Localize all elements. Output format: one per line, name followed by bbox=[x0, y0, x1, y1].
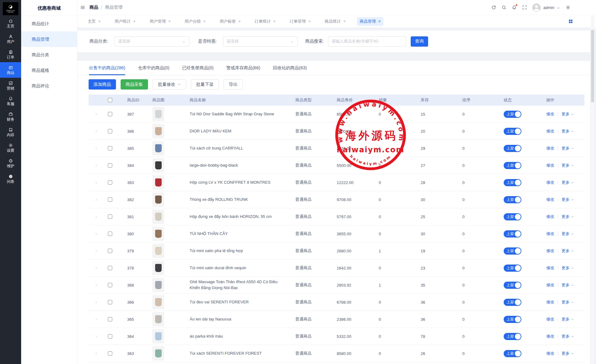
more-link[interactable]: 更多 bbox=[561, 163, 574, 168]
status-tab-4[interactable]: 警戒库存商品(66) bbox=[226, 61, 260, 75]
row-checkbox[interactable] bbox=[108, 163, 112, 168]
product-thumbnail[interactable] bbox=[152, 312, 164, 326]
row-checkbox[interactable] bbox=[108, 283, 112, 287]
tab-3[interactable]: 用户管理× bbox=[147, 17, 173, 26]
scrollbar[interactable] bbox=[591, 16, 594, 364]
sidebar-item-product-manage[interactable]: 商品管理 bbox=[21, 31, 77, 47]
status-toggle[interactable]: 上架 bbox=[504, 145, 521, 152]
more-link[interactable]: 更多 bbox=[561, 197, 574, 202]
row-expand-chevron-right-icon[interactable] bbox=[94, 112, 98, 116]
row-expand-chevron-right-icon[interactable] bbox=[94, 317, 98, 321]
more-link[interactable]: 更多 bbox=[561, 299, 574, 305]
more-link[interactable]: 更多 bbox=[561, 145, 574, 151]
fullscreen-icon[interactable] bbox=[522, 5, 527, 10]
rail-item-orders[interactable]: 订单 bbox=[0, 47, 21, 62]
more-link[interactable]: 更多 bbox=[561, 214, 574, 219]
search-button[interactable]: 查询 bbox=[411, 36, 428, 47]
status-toggle[interactable]: 上架 bbox=[504, 213, 521, 220]
rail-item-products[interactable]: 商品 bbox=[0, 62, 21, 78]
status-toggle[interactable]: 上架 bbox=[504, 196, 521, 203]
more-link[interactable]: 更多 bbox=[561, 111, 574, 117]
tab-close-icon[interactable]: × bbox=[203, 19, 206, 23]
product-search-input[interactable]: 请输入商品名称/关键字/ID bbox=[328, 36, 406, 47]
tab-9[interactable]: 商品管理× bbox=[357, 17, 384, 26]
product-thumbnail[interactable] bbox=[152, 329, 164, 343]
edit-link[interactable]: 修改 bbox=[546, 316, 554, 322]
tab-close-icon[interactable]: × bbox=[378, 19, 381, 23]
tab-close-icon[interactable]: × bbox=[238, 19, 241, 23]
product-thumbnail[interactable] bbox=[152, 107, 164, 121]
more-link[interactable]: 更多 bbox=[561, 180, 574, 185]
edit-link[interactable]: 修改 bbox=[546, 163, 554, 168]
edit-link[interactable]: 修改 bbox=[546, 197, 554, 202]
row-expand-chevron-right-icon[interactable] bbox=[94, 352, 98, 356]
more-link[interactable]: 更多 bbox=[561, 316, 574, 322]
breadcrumb-root[interactable]: 商品 bbox=[90, 5, 98, 10]
tab-1[interactable]: 主页× bbox=[85, 17, 104, 26]
status-toggle[interactable]: 上架 bbox=[504, 230, 521, 237]
product-thumbnail[interactable] bbox=[152, 175, 164, 190]
tab-close-icon[interactable]: × bbox=[133, 19, 136, 23]
status-toggle[interactable]: 上架 bbox=[504, 162, 521, 169]
tab-close-icon[interactable]: × bbox=[308, 19, 311, 23]
row-checkbox[interactable] bbox=[108, 266, 112, 270]
row-expand-chevron-right-icon[interactable] bbox=[94, 232, 98, 236]
status-toggle[interactable]: 上架 bbox=[504, 265, 521, 272]
tab-8[interactable]: 商品统计× bbox=[322, 17, 349, 26]
more-link[interactable]: 更多 bbox=[561, 351, 574, 356]
batch-edit-button[interactable]: 批量修改 bbox=[153, 79, 186, 90]
scrollbar-thumb[interactable] bbox=[591, 30, 594, 103]
product-thumbnail[interactable] bbox=[152, 346, 164, 361]
row-checkbox[interactable] bbox=[108, 351, 112, 356]
row-checkbox[interactable] bbox=[108, 197, 112, 202]
row-expand-chevron-right-icon[interactable] bbox=[94, 300, 98, 304]
product-thumbnail[interactable] bbox=[152, 261, 164, 275]
tab-7[interactable]: 订单管理× bbox=[287, 17, 314, 26]
row-expand-chevron-right-icon[interactable] bbox=[94, 198, 98, 202]
edit-link[interactable]: 修改 bbox=[546, 282, 554, 288]
edit-link[interactable]: 修改 bbox=[546, 351, 554, 356]
product-thumbnail[interactable] bbox=[152, 227, 164, 241]
rail-item-users[interactable]: 用户 bbox=[0, 31, 21, 47]
row-checkbox[interactable] bbox=[108, 249, 112, 253]
rail-item-service[interactable]: 客服 bbox=[0, 93, 21, 109]
batch-offshelf-button[interactable]: 批量下架 bbox=[191, 79, 219, 90]
row-checkbox[interactable] bbox=[108, 334, 112, 339]
row-checkbox[interactable] bbox=[108, 180, 112, 185]
tab-close-icon[interactable]: × bbox=[98, 19, 101, 23]
edit-link[interactable]: 修改 bbox=[546, 231, 554, 237]
row-expand-chevron-right-icon[interactable] bbox=[94, 215, 98, 219]
tab-6[interactable]: 订单统计× bbox=[252, 17, 279, 26]
product-thumbnail[interactable] bbox=[152, 278, 164, 292]
row-checkbox[interactable] bbox=[108, 317, 112, 321]
row-expand-chevron-right-icon[interactable] bbox=[94, 266, 98, 270]
row-expand-chevron-right-icon[interactable] bbox=[94, 249, 98, 253]
brand-logo[interactable]: AMERICAN DREAM bbox=[3, 2, 18, 15]
status-toggle[interactable]: 上架 bbox=[504, 350, 521, 357]
row-checkbox[interactable] bbox=[108, 129, 112, 133]
edit-link[interactable]: 修改 bbox=[546, 334, 554, 339]
product-thumbnail[interactable] bbox=[152, 192, 164, 207]
row-expand-chevron-right-icon[interactable] bbox=[94, 334, 98, 339]
row-checkbox[interactable] bbox=[108, 232, 112, 236]
rail-item-maintenance[interactable]: 维护 bbox=[0, 155, 21, 171]
tab-2[interactable]: 用户统计× bbox=[112, 17, 139, 26]
row-checkbox[interactable] bbox=[108, 300, 112, 304]
product-thumbnail[interactable] bbox=[152, 210, 164, 224]
sidebar-item-product-stats[interactable]: 商品统计 bbox=[21, 16, 77, 31]
add-product-button[interactable]: 添加商品 bbox=[89, 79, 116, 90]
username[interactable]: admin bbox=[543, 5, 554, 10]
row-expand-chevron-right-icon[interactable] bbox=[94, 181, 98, 185]
status-tab-5[interactable]: 回收站的商品(63) bbox=[273, 61, 307, 75]
status-toggle[interactable]: 上架 bbox=[504, 299, 521, 306]
category-select[interactable]: 请选择 bbox=[114, 36, 189, 47]
rail-item-finance[interactable]: 财务 bbox=[0, 109, 21, 124]
rail-item-marketing[interactable]: 营销 bbox=[0, 78, 21, 93]
select-all-checkbox[interactable] bbox=[108, 98, 112, 102]
product-thumbnail[interactable] bbox=[152, 141, 164, 155]
status-toggle[interactable]: 上架 bbox=[504, 111, 521, 118]
collect-product-button[interactable]: 商品采集 bbox=[121, 79, 148, 90]
status-toggle[interactable]: 上架 bbox=[504, 333, 521, 340]
sidebar-item-product-comments[interactable]: 商品评论 bbox=[21, 78, 77, 94]
rail-item-content[interactable]: 内容 bbox=[0, 124, 21, 140]
